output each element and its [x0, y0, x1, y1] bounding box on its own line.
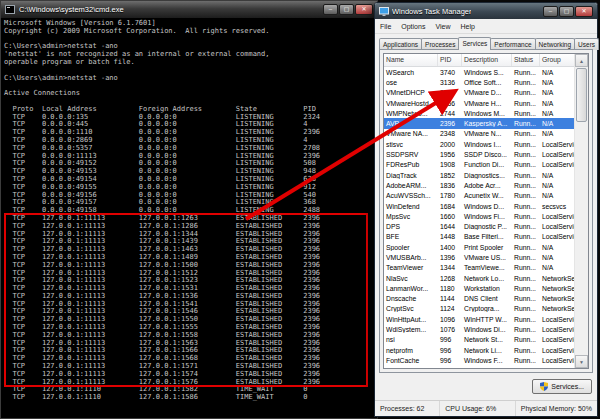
service-group: N/A — [540, 182, 575, 189]
service-description: VMware N... — [462, 130, 512, 137]
service-pid: 2924 — [438, 89, 462, 96]
service-row[interactable]: VMware NA...2348VMware N...Runn...N/A — [384, 129, 575, 139]
service-row[interactable]: WinDefend1684Windows D...Runn...secsvcs — [384, 201, 575, 211]
service-row[interactable]: VMUSBArb...1396VMware US...Runn...N/A — [384, 252, 575, 262]
service-status: Runn... — [512, 285, 540, 292]
vertical-scrollbar[interactable]: ▲ ▼ — [574, 54, 588, 368]
column-header-name[interactable]: Name — [384, 54, 438, 66]
scroll-up-icon[interactable]: ▲ — [575, 54, 588, 67]
minimize-icon[interactable]: – — [323, 4, 338, 15]
service-pid: 3740 — [438, 69, 462, 76]
task-manager-window: Windows Task Manager – ▢ ✕ FileOptionsVi… — [374, 2, 598, 417]
highlight-rectangle — [4, 213, 368, 387]
service-row[interactable]: Spooler1400Print SpoolerRunn...N/A — [384, 242, 575, 252]
service-status: Runn... — [512, 100, 540, 107]
service-name: WMPNetwo... — [384, 110, 438, 117]
service-status: Runn... — [512, 203, 540, 210]
service-row[interactable]: nsi996Network St...Runn...LocalServic... — [384, 335, 575, 345]
maximize-icon[interactable]: ▢ — [339, 4, 354, 15]
taskmgr-titlebar[interactable]: Windows Task Manager – ▢ ✕ — [375, 3, 597, 19]
service-row[interactable]: Dnscache1144DNS ClientRunn...NetworkSe..… — [384, 294, 575, 304]
service-status: Runn... — [512, 130, 540, 137]
cmd-icon — [5, 5, 15, 14]
service-row[interactable]: DPS1644Diagnostic P...Runn...LocalServic… — [384, 221, 575, 231]
service-row[interactable]: NlaSvc1268Network Lo...Runn...NetworkSe.… — [384, 273, 575, 283]
service-status: Runn... — [512, 151, 540, 158]
service-description: Workstation — [462, 285, 512, 292]
column-header-status[interactable]: Status — [512, 54, 540, 66]
service-row[interactable]: ose3136Office Soft...Runn...N/A — [384, 77, 575, 87]
service-pid: 1124 — [438, 305, 462, 312]
service-row[interactable]: BFE1448Base Filteri...Runn...LocalServic… — [384, 232, 575, 242]
minimize-icon[interactable]: – — [543, 6, 558, 17]
service-group: secsvcs — [540, 203, 575, 210]
service-status: Runn... — [512, 141, 540, 148]
service-pid: 1344 — [438, 264, 462, 271]
service-row[interactable]: WinHttpAut...1096WinHTTP W...Runn...Loca… — [384, 314, 575, 324]
service-group: LocalServic... — [540, 357, 575, 364]
service-row[interactable]: CryptSvc1124Cryptogra...Runn...NetworkSe… — [384, 304, 575, 314]
service-group: NetworkSe... — [540, 285, 575, 292]
service-description: VMware US... — [462, 254, 512, 261]
service-row[interactable]: FontCache996Windows F...Runn...LocalServ… — [384, 355, 575, 365]
close-icon[interactable]: ✕ — [355, 4, 373, 15]
service-description: Network Li... — [462, 347, 512, 354]
service-row[interactable]: AVP2396Kaspersky A...Runn...N/A — [384, 118, 575, 128]
service-row[interactable]: LanmanWor...1180WorkstationRunn...Networ… — [384, 283, 575, 293]
scrollbar-thumb[interactable] — [576, 68, 587, 122]
service-row[interactable]: SSDPSRV1956SSDP Disco...Runn...LocalServ… — [384, 149, 575, 159]
service-description: VMware H... — [462, 100, 512, 107]
maximize-icon[interactable]: ▢ — [559, 6, 574, 17]
services-rows: WSearch3740Windows S...Runn...N/Aose3136… — [384, 67, 575, 368]
service-group: LocalServic... — [540, 161, 575, 168]
service-name: WinDefend — [384, 203, 438, 210]
service-name: CryptSvc — [384, 305, 438, 312]
column-header-group[interactable]: Group — [540, 54, 575, 66]
service-row[interactable]: stisvc2000Windows I...Runn...LocalServic… — [384, 139, 575, 149]
scroll-down-icon[interactable]: ▼ — [575, 355, 588, 368]
service-group: LocalServic... — [540, 141, 575, 148]
service-group: N/A — [540, 89, 575, 96]
service-row[interactable]: MpsSvc1660Windows Fi...Runn...LocalServi… — [384, 211, 575, 221]
service-description: Adobe Acr... — [462, 182, 512, 189]
service-row[interactable]: WMPNetwo...2744Windows M...Runn...N/A — [384, 108, 575, 118]
service-name: VMwareHostd — [384, 100, 438, 107]
menu-item-options[interactable]: Options — [396, 22, 430, 31]
service-description: Cryptogra... — [462, 305, 512, 312]
service-name: VMware NA... — [384, 130, 438, 137]
service-name: AdobeARM... — [384, 182, 438, 189]
service-group: N/A — [540, 120, 575, 127]
service-pid: 3136 — [438, 79, 462, 86]
menu-item-view[interactable]: View — [430, 22, 455, 31]
service-row[interactable]: AdobeARM...1836Adobe Acr...Runn...N/A — [384, 180, 575, 190]
service-description: WinHTTP W... — [462, 316, 512, 323]
services-button[interactable]: Services... — [532, 379, 592, 394]
service-row[interactable]: VMwareHostd2856VMware H...Runn...N/A — [384, 98, 575, 108]
service-row[interactable]: TeamViewer1344TeamViewe...Runn...N/A — [384, 263, 575, 273]
task-manager-icon — [379, 7, 389, 16]
service-description: Windows D... — [462, 203, 512, 210]
menu-item-help[interactable]: Help — [455, 22, 479, 31]
service-row[interactable]: DiagTrack1852Diagnostics...Runn...N/A — [384, 170, 575, 180]
service-row[interactable]: WSearch3740Windows S...Runn...N/A — [384, 67, 575, 77]
service-row[interactable]: netprofm996Network Li...Runn...LocalServ… — [384, 345, 575, 355]
service-pid: 1096 — [438, 316, 462, 323]
service-name: AVP — [384, 120, 438, 127]
service-status: Runn... — [512, 275, 540, 282]
cmd-titlebar[interactable]: C:\Windows\system32\cmd.exe – ▢ ✕ — [1, 1, 377, 18]
service-row[interactable]: AcuWVSSch...1780Acunetix W...Runn...N/A — [384, 191, 575, 201]
service-group: N/A — [540, 254, 575, 261]
service-row[interactable]: WdiSystem...1076Windows Di...Runn...Loca… — [384, 324, 575, 334]
service-description: Windows I... — [462, 141, 512, 148]
service-row[interactable]: FDResPub1908Function Di...Runn...LocalSe… — [384, 160, 575, 170]
column-header-pid[interactable]: PID — [438, 54, 462, 66]
service-status: Runn... — [512, 295, 540, 302]
service-status: Runn... — [512, 223, 540, 230]
close-icon[interactable]: ✕ — [575, 6, 593, 17]
service-status: Runn... — [512, 244, 540, 251]
service-pid: 996 — [438, 347, 462, 354]
tab-services[interactable]: Services — [458, 37, 491, 50]
menu-item-file[interactable]: File — [375, 22, 396, 31]
column-header-description[interactable]: Description — [462, 54, 512, 66]
service-row[interactable]: VMnetDHCP2924VMware D...Runn...N/A — [384, 88, 575, 98]
